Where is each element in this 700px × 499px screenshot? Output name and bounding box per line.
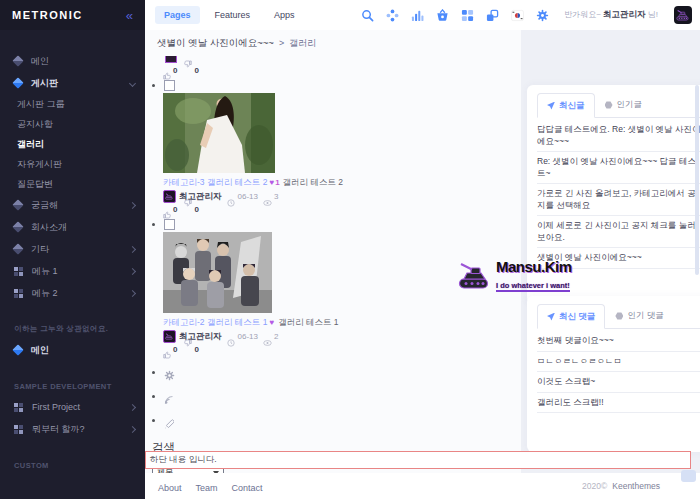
footer-link[interactable]: Contact bbox=[232, 483, 263, 493]
topbar-tab[interactable]: Features bbox=[206, 6, 260, 24]
rss-icon[interactable] bbox=[164, 391, 175, 402]
admin-action-row bbox=[152, 367, 528, 378]
footer-link[interactable]: About bbox=[158, 483, 182, 493]
down-count: 0 bbox=[194, 345, 198, 354]
sidebar-item[interactable]: SAMPLE DEVELOPMENT bbox=[0, 361, 145, 396]
footer-link[interactable]: Team bbox=[196, 483, 218, 493]
up-count: 0 bbox=[173, 205, 177, 214]
sidebar-item-label: 메인 bbox=[31, 55, 135, 68]
diamond-icon bbox=[12, 344, 23, 355]
keenthemes-link[interactable]: Keenthemes bbox=[612, 481, 660, 491]
sidebar-item[interactable]: 궁금해 bbox=[0, 194, 145, 216]
breadcrumb-current[interactable]: 갤러리 bbox=[289, 37, 316, 50]
sidebar-item[interactable]: 메뉴 2 bbox=[0, 282, 145, 304]
sidebar-item-label: 공지사항 bbox=[17, 118, 135, 131]
post-meta: 최고관리자 06-13 2 bbox=[163, 331, 528, 342]
latest-comments-list: 첫번째 댓글이요~~~ㅁㄴㅇㄹㄴㅇㄹㅇㄴㅁ이것도 스크랩~갤러리도 스크랩!! bbox=[537, 331, 700, 413]
sidebar-item[interactable]: 메인 bbox=[0, 339, 145, 361]
post-category-link[interactable]: 카테고리-3 갤러리 테스트 2 bbox=[163, 177, 267, 187]
panels-icon[interactable] bbox=[485, 8, 499, 22]
list-bullet bbox=[152, 395, 155, 398]
author-avatar bbox=[163, 330, 176, 343]
thumb-down-icon[interactable] bbox=[184, 66, 192, 74]
grid-icon[interactable] bbox=[460, 8, 474, 22]
sidebar-item[interactable]: 이하는 그누와 상관없어요. bbox=[0, 304, 145, 339]
thumb-up-icon[interactable] bbox=[163, 66, 171, 74]
sidebar-collapse-icon[interactable]: « bbox=[126, 9, 133, 22]
thumb-up-icon[interactable] bbox=[163, 205, 171, 213]
gear-icon[interactable] bbox=[164, 367, 175, 378]
sidebar-item[interactable]: 회사소개 bbox=[0, 216, 145, 238]
panel-tab[interactable]: 인기글 bbox=[595, 93, 653, 117]
topbar-tab[interactable]: Apps bbox=[265, 6, 304, 24]
latest-post-item[interactable]: Re: 샛별이 옛날 사진이에요~~~ 답글 테스트~ bbox=[537, 152, 700, 184]
pencil-icon[interactable] bbox=[164, 415, 175, 426]
sidebar-item[interactable]: 메뉴 1 bbox=[0, 260, 145, 282]
panel-tab[interactable]: 최신글 bbox=[537, 93, 595, 118]
diamond-icon bbox=[12, 243, 23, 254]
sidebar-item[interactable]: 자유게시판 bbox=[0, 154, 145, 174]
sidebar-item[interactable]: 뭐부터 할까? bbox=[0, 418, 145, 440]
post-bullet-row bbox=[152, 80, 528, 91]
post-checkbox[interactable] bbox=[164, 219, 175, 230]
post-thumbnail[interactable] bbox=[163, 93, 528, 173]
topbar-tab[interactable]: Pages bbox=[155, 6, 200, 24]
gear-icon[interactable] bbox=[535, 8, 549, 22]
breadcrumb: 샛별이 옛날 사진이에요~~~ > 갤러리 bbox=[157, 30, 316, 56]
eye-icon bbox=[263, 193, 271, 201]
post-checkbox[interactable] bbox=[164, 80, 175, 91]
basket-icon[interactable] bbox=[435, 8, 449, 22]
polygon-icon bbox=[605, 101, 613, 109]
scrollbar-thumb[interactable] bbox=[695, 85, 699, 275]
search-icon[interactable] bbox=[360, 8, 374, 22]
sidebar-item[interactable]: CUSTOM bbox=[0, 440, 145, 475]
topbar-icons: 반가워요~ 최고관리자 님! bbox=[360, 6, 692, 24]
paper-plane-icon bbox=[547, 102, 555, 110]
sidebar-item[interactable]: 갤러리 bbox=[0, 134, 145, 154]
scroll-top-button[interactable] bbox=[681, 470, 696, 482]
thumb-down-icon[interactable] bbox=[184, 205, 192, 213]
user-avatar[interactable] bbox=[674, 6, 692, 24]
latest-comment-item[interactable]: ㅁㄴㅇㄹㄴㅇㄹㅇㄴㅁ bbox=[537, 352, 700, 373]
sidebar-item[interactable]: 기타 bbox=[0, 238, 145, 260]
latest-comments-card: 최신 댓글인기 댓글 첫번째 댓글이요~~~ㅁㄴㅇㄹㄴㅇㄹㅇㄴㅁ이것도 스크랩~… bbox=[527, 296, 700, 452]
sidebar-item[interactable]: 메인 bbox=[0, 50, 145, 72]
clock-icon bbox=[227, 333, 235, 341]
sidebar-item[interactable]: 질문답변 bbox=[0, 174, 145, 194]
clock-icon bbox=[227, 193, 235, 201]
panel-tab[interactable]: 인기 댓글 bbox=[605, 304, 673, 328]
post-title: 갤러리 테스트 1 bbox=[278, 317, 338, 327]
post-title-row: 카테고리-3 갤러리 테스트 21갤러리 테스트 2 bbox=[163, 177, 528, 188]
topbar: PagesFeaturesApps 반가워요~ 최고관리자 님! bbox=[145, 0, 700, 30]
post-category-link[interactable]: 카테고리-2 갤러리 테스트 1 bbox=[163, 317, 267, 327]
sidebar-item[interactable]: First Project bbox=[0, 396, 145, 418]
up-count: 0 bbox=[173, 345, 177, 354]
post-date: 06-13 bbox=[238, 332, 258, 341]
up-count: 0 bbox=[173, 66, 177, 75]
latest-post-item[interactable]: 답답글 테스트에요. Re: 샛별이 옛날 사진이에요~~~ bbox=[537, 120, 700, 152]
latest-comment-item[interactable]: 첫번째 댓글이요~~~ bbox=[537, 331, 700, 352]
thumb-down-icon[interactable] bbox=[184, 345, 192, 353]
diamond-icon bbox=[12, 55, 23, 66]
latest-comment-item[interactable]: 갤러리도 스크랩!! bbox=[537, 393, 700, 414]
latest-post-item[interactable]: 이제 세로로 긴 사진이고 공지 체크를 눌러 보아요. bbox=[537, 216, 700, 248]
post-meta: 최고관리자 06-13 3 bbox=[163, 191, 528, 202]
thumb-up-icon[interactable] bbox=[163, 345, 171, 353]
bar-chart-icon[interactable] bbox=[410, 8, 424, 22]
footer: AboutTeamContact 2020©Keenthemes bbox=[145, 473, 700, 499]
latest-post-item[interactable]: 가로로 긴 사진 올려보고, 카테고리에서 공지를 선택해요 bbox=[537, 184, 700, 216]
sidebar-item-label: SAMPLE DEVELOPMENT bbox=[14, 382, 135, 391]
latest-comment-item[interactable]: 이것도 스크랩~ bbox=[537, 372, 700, 393]
sidebar-item-label: 이하는 그누와 상관없어요. bbox=[14, 324, 135, 334]
sidebar-item[interactable]: 공지사항 bbox=[0, 114, 145, 134]
korea-flag-icon[interactable] bbox=[510, 8, 524, 22]
sidebar-item[interactable]: 게시판 bbox=[0, 72, 145, 94]
sidebar-item[interactable]: 게시판 그룹 bbox=[0, 94, 145, 114]
paper-plane-icon bbox=[547, 313, 555, 321]
grid-icon bbox=[14, 267, 18, 271]
chevron-icon bbox=[129, 289, 136, 296]
panel-tab[interactable]: 최신 댓글 bbox=[537, 304, 605, 329]
launcher-dots-icon[interactable] bbox=[385, 8, 399, 22]
latest-comments-tabs: 최신 댓글인기 댓글 bbox=[537, 304, 700, 329]
sidebar-item-label: 기타 bbox=[31, 243, 130, 256]
